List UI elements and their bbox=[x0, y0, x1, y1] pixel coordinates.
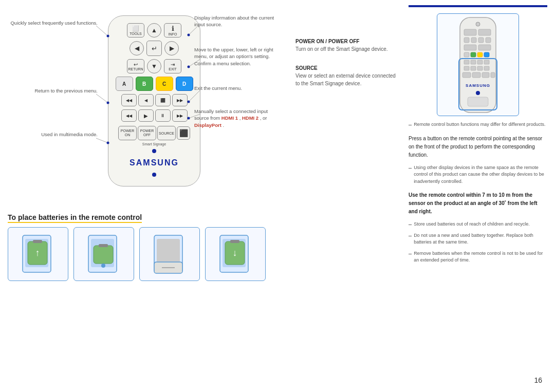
svg-rect-36 bbox=[478, 29, 491, 35]
source-title: SOURCE bbox=[295, 65, 398, 71]
stop-square-button[interactable]: ⬛ bbox=[177, 126, 190, 140]
row-media-top: ◀◀ ◀ ⬛ ▶▶ bbox=[115, 94, 194, 106]
pause-button[interactable]: ⏸ bbox=[155, 109, 171, 122]
battery-svg-2 bbox=[81, 231, 127, 277]
svg-rect-57 bbox=[472, 72, 480, 78]
left-annotations: Quickly select frequently used functions… bbox=[8, 10, 98, 18]
svg-rect-39 bbox=[478, 38, 484, 43]
stop-button[interactable]: ⬛ bbox=[155, 94, 171, 106]
remote-note: – Remote control button functions may di… bbox=[409, 121, 547, 128]
button-b[interactable]: B bbox=[136, 77, 153, 91]
right-annotations: Display information about the current in… bbox=[190, 10, 280, 15]
button-a[interactable]: A bbox=[116, 77, 133, 91]
svg-rect-21 bbox=[94, 246, 113, 264]
svg-rect-41 bbox=[464, 45, 476, 50]
power-off-button[interactable]: POWEROFF bbox=[138, 126, 156, 140]
remote-note-text: Remote control button functions may diff… bbox=[414, 121, 545, 128]
smart-signage-label: Smart Signage bbox=[142, 142, 166, 146]
power-on-button[interactable]: POWERON bbox=[118, 126, 137, 140]
down-button[interactable]: ▼ bbox=[147, 59, 161, 73]
svg-rect-45 bbox=[477, 52, 483, 57]
battery-note-3: – Remove batteries when the remote contr… bbox=[409, 250, 547, 264]
svg-point-23 bbox=[101, 264, 105, 268]
battery-note-3-text: Remove batteries when the remote control… bbox=[414, 250, 547, 264]
svg-rect-43 bbox=[464, 52, 469, 57]
svg-point-61 bbox=[476, 91, 480, 95]
exit-annotation: Exit the current menu. bbox=[194, 85, 242, 91]
rewind-button[interactable]: ◀◀ bbox=[121, 94, 137, 106]
battery-image-1: ↑ bbox=[8, 227, 68, 281]
right-column: SAMSUNG – Remote control button function… bbox=[401, 0, 555, 392]
row-tools-info: ⬜ TOOLS ▲ ℹ INFO bbox=[115, 23, 194, 38]
up-button[interactable]: ▲ bbox=[147, 23, 161, 38]
svg-rect-38 bbox=[471, 38, 476, 43]
ff-button[interactable]: ▶▶ bbox=[172, 94, 188, 106]
middle-column: POWER ON / POWER OFF Turn on or off the … bbox=[293, 0, 401, 392]
svg-text:↓: ↓ bbox=[233, 248, 237, 258]
svg-rect-37 bbox=[464, 38, 469, 43]
power-title: POWER ON / POWER OFF bbox=[295, 39, 398, 44]
row-power: POWERON POWEROFF SOURCE ⬛ bbox=[115, 126, 194, 140]
exit-button[interactable]: ⇥ EXIT bbox=[164, 59, 181, 73]
enter-button[interactable]: ↵ bbox=[146, 41, 162, 56]
source-select-annotation: Manually select a connected input source… bbox=[194, 108, 280, 128]
prev2-button[interactable]: ◀◀ bbox=[121, 109, 137, 122]
small-remote-svg: SAMSUNG bbox=[455, 15, 501, 115]
ff2-button[interactable]: ▶▶ bbox=[172, 109, 188, 122]
row-return-exit: ↩ RETURN ▼ ⇥ EXIT bbox=[115, 59, 194, 73]
sub-note-1-text: Using other display devices in the same … bbox=[414, 164, 547, 185]
main-text-1: Press a button on the remote control poi… bbox=[409, 135, 547, 159]
left-column: Quickly select frequently used functions… bbox=[0, 0, 293, 392]
play-button[interactable]: ▶ bbox=[138, 109, 154, 122]
return-button[interactable]: ↩ RETURN bbox=[127, 59, 144, 73]
svg-rect-17 bbox=[33, 240, 42, 243]
battery-section: To place batteries in the remote control… bbox=[8, 213, 288, 281]
svg-rect-58 bbox=[482, 72, 489, 78]
left-button[interactable]: ◀ bbox=[130, 41, 144, 55]
button-c[interactable]: C bbox=[156, 77, 173, 91]
battery-svg-3 bbox=[146, 231, 193, 277]
source-desc: View or select an external device connec… bbox=[295, 72, 398, 87]
svg-rect-31 bbox=[230, 240, 239, 243]
row-color-buttons: A B C D bbox=[115, 77, 194, 91]
svg-rect-48 bbox=[464, 60, 469, 64]
svg-rect-53 bbox=[471, 66, 476, 70]
svg-rect-44 bbox=[471, 52, 476, 57]
battery-title: To place batteries in the remote control bbox=[8, 213, 142, 223]
battery-svg-1: ↑ bbox=[15, 231, 61, 277]
tools-annotation: Quickly select frequently used functions… bbox=[10, 20, 98, 26]
svg-rect-52 bbox=[464, 66, 469, 70]
ir-dot bbox=[152, 149, 156, 153]
battery-note-2-text: Do not use a new and used battery togeth… bbox=[414, 232, 547, 246]
svg-point-34 bbox=[476, 22, 480, 26]
battery-note-2: – Do not use a new and used battery toge… bbox=[409, 232, 547, 246]
battery-note-1-text: Store used batteries out of reach of chi… bbox=[414, 221, 530, 228]
row-media-bottom: ◀◀ ▶ ⏸ ▶▶ bbox=[115, 109, 194, 122]
svg-rect-40 bbox=[486, 38, 491, 43]
remote-diagram: Quickly select frequently used functions… bbox=[8, 10, 288, 211]
prev-button[interactable]: ◀ bbox=[138, 94, 154, 106]
info-button[interactable]: ℹ INFO bbox=[164, 23, 181, 38]
small-remote-box: SAMSUNG bbox=[437, 13, 519, 116]
svg-rect-56 bbox=[462, 72, 471, 78]
tools-button[interactable]: ⬜ TOOLS bbox=[127, 23, 144, 38]
battery-note-1: – Store used batteries out of reach of c… bbox=[409, 221, 547, 228]
arrow-annotation: Move to the upper, lower, left or right … bbox=[194, 46, 280, 67]
svg-text:SAMSUNG: SAMSUNG bbox=[466, 83, 490, 88]
svg-rect-42 bbox=[478, 45, 491, 50]
source-button[interactable]: SOURCE bbox=[157, 126, 176, 140]
samsung-logo: SAMSUNG bbox=[130, 158, 179, 167]
return-annotation: Return to the previous menu. bbox=[34, 87, 98, 94]
multimedia-annotation: Used in multimedia mode. bbox=[41, 131, 98, 138]
right-button[interactable]: ▶ bbox=[164, 41, 179, 55]
svg-rect-50 bbox=[477, 60, 483, 64]
svg-rect-35 bbox=[464, 29, 476, 35]
button-d[interactable]: D bbox=[176, 77, 193, 91]
svg-rect-59 bbox=[491, 72, 495, 78]
battery-image-4: ↓ bbox=[205, 227, 266, 281]
power-section: POWER ON / POWER OFF Turn on or off the … bbox=[295, 39, 398, 53]
info-annotation: Display information about the current in… bbox=[194, 14, 280, 28]
svg-rect-49 bbox=[471, 60, 476, 64]
top-bar bbox=[409, 5, 547, 7]
ir-dot-bottom bbox=[152, 173, 156, 177]
